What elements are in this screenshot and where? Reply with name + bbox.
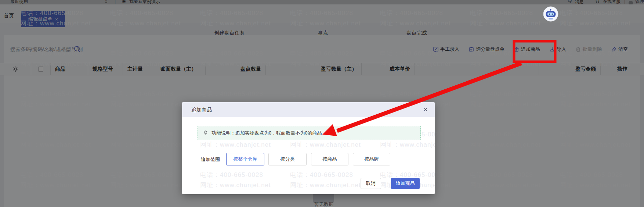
modal-header: 追加商品 × xyxy=(182,102,435,117)
range-by-whole-warehouse[interactable]: 按整个仓库 xyxy=(226,153,264,165)
range-by-category[interactable]: 按分类 xyxy=(268,153,307,165)
assistant-robot-icon[interactable] xyxy=(542,6,560,24)
modal-close-icon[interactable]: × xyxy=(423,102,427,117)
lightbulb-icon xyxy=(203,130,208,136)
range-by-product[interactable]: 按商品 xyxy=(311,153,348,165)
range-label: 追加范围 xyxy=(201,156,220,163)
modal-title: 追加商品 xyxy=(191,102,212,117)
modal-tip-box: 功能说明：追加实物盘点为0，账面数量不为0的商品 xyxy=(198,126,421,140)
modal-tip-text: 功能说明：追加实物盘点为0，账面数量不为0的商品 xyxy=(211,130,322,136)
app-screenshot: { "topbar": { "left_nav": "最近使用", "demo_… xyxy=(0,0,644,207)
append-product-modal: 电话：400-665-0028 网址：www.chanjet.net电话：400… xyxy=(182,102,435,194)
range-by-brand[interactable]: 按品牌 xyxy=(353,153,390,165)
confirm-append-button[interactable]: 追加商品 xyxy=(391,178,420,189)
cancel-button[interactable]: 取消 xyxy=(361,178,381,189)
